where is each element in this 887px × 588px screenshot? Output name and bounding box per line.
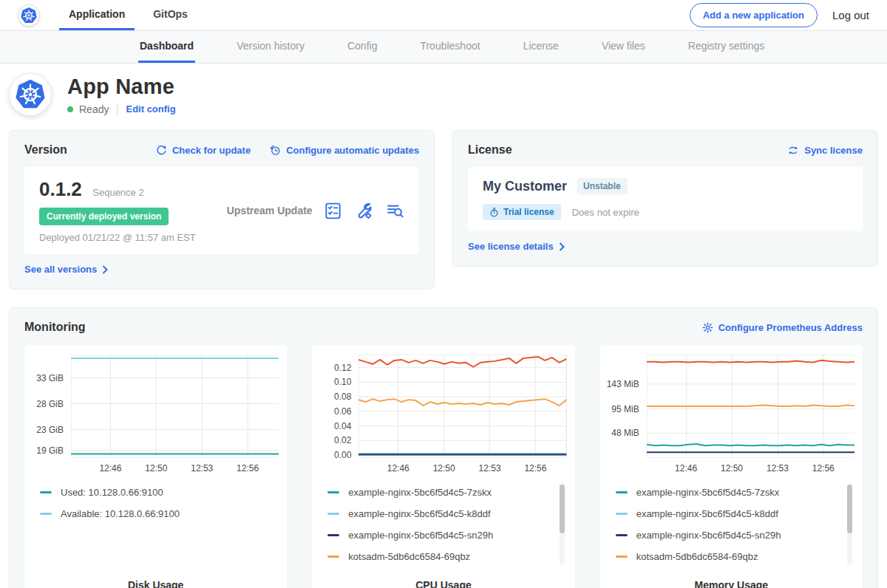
edit-config-link[interactable]: Edit config [126,103,175,114]
legend-swatch [40,491,52,493]
legend-swatch [616,491,628,493]
chart-plot-area [647,355,854,458]
legend-swatch [327,513,339,515]
channel-badge: Unstable [577,178,628,194]
chart-legend: example-nginx-5bc6f5d4c5-7zskxexample-ng… [608,482,854,569]
sync-license-link[interactable]: Sync license [787,145,863,156]
current-version-row: 0.1.2 Sequence 2 Currently deployed vers… [24,167,419,254]
chart-card-cpu-usage: 0.120.100.080.060.040.020.0012:4612:5012… [312,345,574,588]
gear-icon [702,322,713,333]
legend-item: example-nginx-5bc6f5d4c5-7zskx [327,482,566,503]
app-status-label: Ready [79,103,109,115]
legend-swatch [327,555,339,558]
legend-label: Used: 10.128.0.66:9100 [61,487,163,498]
subnav-tab-registry-settings[interactable]: Registry settings [687,31,766,63]
legend-swatch [327,534,339,536]
version-card: Version Check for update [9,130,435,290]
legend-scrollbar-thumb[interactable] [847,485,852,533]
monitoring-title: Monitoring [24,321,86,334]
y-tick-label: 143 MiB [607,379,639,389]
trial-license-label: Trial license [503,207,554,217]
chevron-right-icon [102,265,108,274]
sync-icon [787,145,799,156]
legend-item: Used: 10.128.0.66:9100 [40,482,279,503]
legend-scrollbar-thumb[interactable] [560,485,565,533]
legend-item: Available: 10.128.0.66:9100 [40,503,279,524]
x-tick-label: 12:53 [479,463,501,474]
kubernetes-wheel-icon [14,78,47,111]
y-tick-label: 0.08 [334,392,351,402]
x-tick-label: 12:46 [675,463,697,474]
y-tick-label: 0.02 [334,435,351,445]
legend-scrollbar[interactable] [560,483,565,564]
configure-automatic-updates-link[interactable]: Configure automatic updates [270,145,419,156]
chart-title: Disk Usage [33,579,279,588]
preflight-checks-icon[interactable] [324,202,342,220]
topnav-tab-application[interactable]: Application [59,0,135,30]
version-number: 0.1.2 [39,178,82,200]
add-application-button[interactable]: Add a new application [690,3,818,27]
legend-label: kotsadm-5db6dc6584-69qbz [348,551,470,562]
top-nav-tabs: ApplicationGitOps [59,0,206,30]
legend-label: Available: 10.128.0.66:9100 [61,508,180,519]
y-tick-label: 48 MiB [611,428,639,438]
legend-scrollbar[interactable] [847,483,852,564]
app-name-title: App Name [67,75,176,99]
legend-label: example-nginx-5bc6f5d4c5-k8ddf [348,508,490,519]
subnav-tab-config[interactable]: Config [346,31,378,63]
logout-button[interactable]: Log out [832,9,869,21]
license-expiry: Does not expire [572,207,639,218]
legend-label: example-nginx-5bc6f5d4c5-k8ddf [636,508,778,519]
check-for-update-link[interactable]: Check for update [156,145,251,156]
subnav-tab-license[interactable]: License [522,31,560,63]
config-wrench-icon[interactable] [355,202,373,220]
y-tick-label: 0.10 [334,377,351,387]
license-card-title: License [468,143,512,157]
license-details-row: My Customer Unstable Trial license Does … [468,167,863,231]
chart-plot-area [358,355,566,458]
topnav-tab-gitops[interactable]: GitOps [143,0,197,30]
x-tick-label: 12:50 [145,463,167,474]
subnav-tab-view-files[interactable]: View files [600,31,647,63]
view-diff-icon[interactable] [386,202,404,220]
x-tick-label: 12:53 [767,463,789,474]
legend-label: example-nginx-5bc6f5d4c5-7zskx [348,487,492,498]
y-tick-label: 28 GiB [36,399,64,409]
chart-card-disk-usage: 33 GiB28 GiB23 GiB19 GiB12:4612:5012:531… [24,345,287,588]
chart-title: Memory Usage [608,579,854,588]
deployed-timestamp: Deployed 01/21/22 @ 11:57 am EST [39,232,196,243]
legend-item: example-nginx-5bc6f5d4c5-k8ddf [616,503,854,524]
x-axis-labels: 12:4612:5012:5312:56 [358,458,566,476]
chart-plot-area [71,355,279,458]
version-sequence: Sequence 2 [92,187,143,198]
subnav-tab-dashboard[interactable]: Dashboard [138,31,195,63]
version-source-label: Upstream Update [227,205,324,216]
check-for-update-label: Check for update [172,145,251,156]
schedule-update-icon [270,145,281,156]
x-tick-label: 12:46 [99,463,121,474]
subnav-tab-version-history[interactable]: Version history [235,31,306,63]
x-tick-label: 12:50 [721,463,743,474]
chart-legend: Used: 10.128.0.66:9100Available: 10.128.… [33,482,279,569]
x-tick-label: 12:46 [387,463,409,474]
chevron-right-icon [559,242,565,251]
y-tick-label: 33 GiB [36,373,64,383]
see-all-versions-link[interactable]: See all versions [24,264,108,275]
stopwatch-icon [489,208,499,217]
chart-legend: example-nginx-5bc6f5d4c5-7zskxexample-ng… [320,482,566,569]
y-tick-label: 0.06 [334,406,351,417]
configure-prometheus-link[interactable]: Configure Prometheus Address [702,322,863,333]
y-axis-labels: 143 MiB95 MiB48 MiB [608,355,647,458]
monitoring-charts: 33 GiB28 GiB23 GiB19 GiB12:4612:5012:531… [24,345,863,588]
see-license-details-link[interactable]: See license details [468,241,565,252]
legend-item: example-nginx-5bc6f5d4c5-sn29h [616,524,854,546]
configure-prometheus-label: Configure Prometheus Address [718,322,863,333]
legend-swatch [327,491,339,493]
legend-label: kotsadm-5db6dc6584-69qbz [636,551,758,562]
see-license-details-label: See license details [468,241,554,252]
configure-automatic-updates-label: Configure automatic updates [286,145,419,156]
subnav-tab-troubleshoot[interactable]: Troubleshoot [418,31,481,63]
y-tick-label: 19 GiB [36,445,64,456]
legend-label: example-nginx-5bc6f5d4c5-sn29h [636,530,781,541]
y-tick-label: 0.00 [334,450,351,460]
